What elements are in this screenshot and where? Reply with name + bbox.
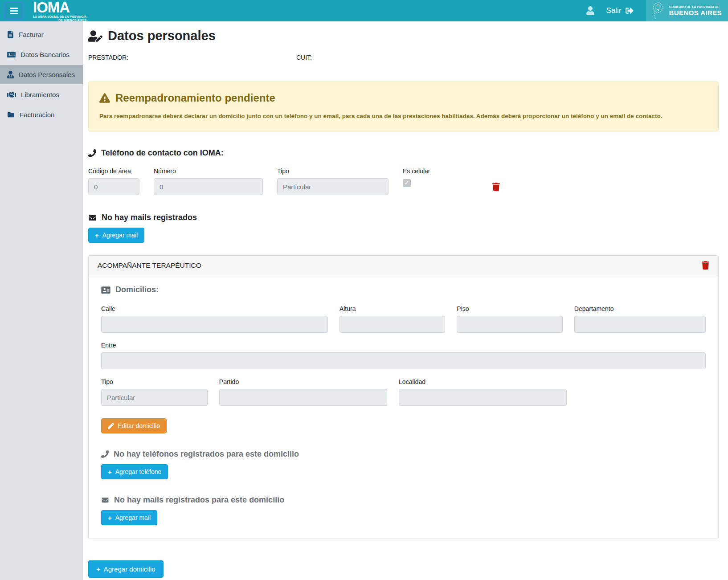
departamento-input[interactable] [574,316,706,333]
hamburger-icon [10,8,18,14]
area-code-input[interactable] [88,178,139,195]
trash-icon [492,183,500,191]
plus-icon: + [95,232,99,239]
prestacion-panel-body: Domicilios: Calle Altura Piso [89,275,718,539]
area-code-label: Código de área [88,167,139,175]
altura-label: Altura [339,305,445,312]
sidebar-item-label: Facturacion [20,111,54,118]
sidebar-item-label: Libramientos [21,91,59,98]
delete-prestacion-button[interactable] [702,261,709,270]
sidebar: Facturar Datos Bancarios Datos Personsal… [0,21,83,580]
sidebar-item-facturar[interactable]: Facturar [0,25,83,44]
add-mail-button[interactable]: + Agregar mail [88,228,144,243]
user-edit-icon [88,30,102,42]
partido-label: Partido [219,378,387,385]
address-card-icon [101,286,110,294]
localidad-input[interactable] [399,389,567,406]
domicilio-mails-empty-heading: No hay mails registrados para este domic… [101,495,706,505]
delete-phone-button[interactable] [492,183,500,191]
gov-logo-text: GOBIERNO DE LA PROVINCIA DE BUENOS AIRES [669,5,722,16]
buenos-aires-logo: GOBIERNO DE LA PROVINCIA DE BUENOS AIRES [646,0,728,21]
plus-icon: + [108,515,112,521]
ioma-logo-text: IOMA [33,0,86,15]
menu-toggle-button[interactable] [4,2,23,20]
sidebar-item-label: Datos Bancarios [20,51,70,58]
sidebar-item-facturacion[interactable]: Facturacion [0,105,83,124]
prestacion-title: ACOMPAÑANTE TERAPÉUTICO [98,261,201,270]
altura-input[interactable] [339,316,445,333]
phone-icon [88,149,96,157]
main-content: Datos personales PRESTADOR: CUIT: Reempa… [83,21,728,580]
plus-icon: + [96,566,100,572]
envelope-icon [88,214,97,221]
contact-phone-heading: Teléfono de contacto con IOMA: [88,148,719,158]
phone-type-input[interactable] [277,178,389,195]
domicilios-heading: Domicilios: [101,285,706,294]
calle-label: Calle [101,305,328,312]
warning-triangle-icon [99,93,110,103]
file-invoice-icon [7,31,14,38]
top-header: IOMA LA OBRA SOCIAL DE LA PROVINCIA DE B… [0,0,728,21]
logout-label: Salir [606,6,622,15]
logout-link[interactable]: Salir [606,6,634,15]
piso-label: Piso [457,305,562,312]
add-domicilio-mail-button[interactable]: + Agregar mail [101,510,157,525]
prestacion-panel-header: ACOMPAÑANTE TERAPÉUTICO [89,256,718,275]
partido-input[interactable] [219,389,387,406]
handshake-icon [7,91,16,98]
phone-type-label: Tipo [277,167,389,175]
prestacion-panel: ACOMPAÑANTE TERAPÉUTICO Domicilios: Call… [88,255,719,539]
sidebar-item-datos-bancarios[interactable]: Datos Bancarios [0,45,83,64]
alert-title: Reempadronamiento pendiente [99,92,708,104]
pencil-icon [108,423,114,429]
es-celular-checkbox[interactable] [403,179,411,187]
entre-label: Entre [101,342,706,349]
address-row-1: Calle Altura Piso Departamento [101,305,706,333]
plus-icon: + [108,469,112,475]
province-emblem-icon [650,1,666,20]
mails-empty-heading: No hay mails registrados [88,213,719,222]
page-title: Datos personales [88,29,719,43]
trash-icon [702,261,709,270]
sign-out-icon [626,7,634,15]
sidebar-item-libramientos[interactable]: Libramientos [0,85,83,104]
edit-domicilio-button[interactable]: Editar domicilio [101,418,167,433]
add-phone-button[interactable]: + Agregar teléfono [101,464,168,479]
address-row-entre: Entre [101,342,706,369]
tipo-domicilio-input[interactable] [101,389,208,406]
folder-icon [7,111,15,118]
calle-input[interactable] [101,316,328,333]
sidebar-item-datos-personales[interactable]: Datos Personsales [0,65,83,84]
address-row-3: Tipo Partido Localidad [101,378,706,406]
reempadronamiento-alert: Reempadronamiento pendiente Para reempad… [88,82,719,131]
envelope-icon [101,497,109,503]
prestador-label: PRESTADOR: [88,54,296,61]
money-check-icon [7,51,16,58]
identity-row: PRESTADOR: CUIT: [88,54,719,61]
add-domicilio-button[interactable]: + Agregar domicilio [88,560,164,578]
departamento-label: Departamento [574,305,706,312]
ioma-logo: IOMA LA OBRA SOCIAL DE LA PROVINCIA DE B… [33,0,86,22]
user-tie-icon [7,71,14,78]
sidebar-item-label: Datos Personsales [19,71,75,78]
localidad-label: Localidad [399,378,567,385]
piso-input[interactable] [457,316,562,333]
phone-icon [101,450,109,458]
entre-input[interactable] [101,352,706,369]
is-cell-label: Es celular [403,167,430,175]
phone-number-label: Número [154,167,263,175]
tipo-domicilio-label: Tipo [101,378,208,385]
alert-body: Para reempadronarse deberá declarar un d… [99,112,708,120]
contact-phone-row: Código de área Número Tipo Es celular [88,167,719,195]
phone-number-input[interactable] [154,178,263,195]
user-icon [586,6,595,15]
cuit-label: CUIT: [296,54,312,61]
sidebar-item-label: Facturar [19,31,44,38]
domicilio-phones-empty-heading: No hay teléfonos registrados para este d… [101,449,706,459]
